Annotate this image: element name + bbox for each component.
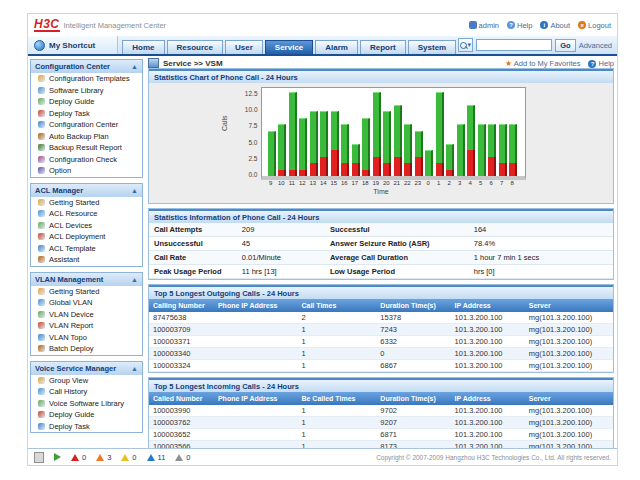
advanced-search-link[interactable]: Advanced xyxy=(579,41,612,50)
cell-server[interactable]: mg(101.3.200.100) xyxy=(525,405,613,417)
userlink-help[interactable]: ?Help xyxy=(507,21,532,30)
cell-server[interactable]: mg(101.3.200.100) xyxy=(525,429,613,441)
sidebar-item-voice-software-library[interactable]: Voice Software Library xyxy=(31,398,142,410)
search-input[interactable] xyxy=(476,39,552,51)
sidebar-item-software-library[interactable]: Software Library xyxy=(31,85,142,97)
sidebar-item-acl-template[interactable]: ACL Template xyxy=(31,243,142,255)
sidebar-item-acl-devices[interactable]: ACL Devices xyxy=(31,220,142,232)
tab-system[interactable]: System xyxy=(408,40,456,54)
collapse-icon[interactable]: ▲ xyxy=(131,365,138,372)
cell-server[interactable]: mg(101.3.200.100) xyxy=(525,312,613,324)
my-shortcut[interactable]: My Shortcut xyxy=(28,36,118,54)
sidebar-item-group-view[interactable]: Group View xyxy=(31,375,142,387)
deploy-guide-icon xyxy=(38,98,45,105)
arrow-icon[interactable] xyxy=(54,453,61,461)
sidebar-item-global-vlan[interactable]: Global VLAN xyxy=(31,297,142,309)
cell-called-number[interactable]: 100003990 xyxy=(149,405,214,417)
column-header-called-number[interactable]: Called Number xyxy=(149,392,214,405)
column-header-be-called-times[interactable]: Be Called Times xyxy=(297,392,376,405)
column-header-duration-time-s[interactable]: Duration Time(s) xyxy=(376,392,450,405)
sidebar-item-deploy-guide[interactable]: Deploy Guide xyxy=(31,409,142,421)
bar-group-hour-19 xyxy=(372,92,383,177)
cell-calling-number[interactable]: 100003371 xyxy=(149,336,214,348)
cell-phone-ip-address xyxy=(214,348,298,360)
tab-home[interactable]: Home xyxy=(122,40,164,54)
stats-panel: Statistics Information of Phone Call - 2… xyxy=(148,208,614,280)
y-tick-5: 5.0 xyxy=(248,139,257,146)
sidebar-item-auto-backup-plan[interactable]: Auto Backup Plan xyxy=(31,131,142,143)
cell-server[interactable]: mg(101.3.200.100) xyxy=(525,441,613,449)
current-user[interactable]: admin xyxy=(469,21,499,30)
cell-server[interactable]: mg(101.3.200.100) xyxy=(525,360,613,372)
y-tick-7.5: 7.5 xyxy=(248,122,257,129)
sidebar-header-voice-service-manager[interactable]: Voice Service Manager▲ xyxy=(31,362,142,375)
sidebar-item-getting-started[interactable]: Getting Started xyxy=(31,286,142,298)
cell-calling-number[interactable]: 100003324 xyxy=(149,360,214,372)
sidebar-item-deploy-task[interactable]: Deploy Task xyxy=(31,108,142,120)
tab-report[interactable]: Report xyxy=(360,40,406,54)
y-tick-0: 0.0 xyxy=(248,171,257,178)
table-row: 10000365216871101.3.200.100mg(101.3.200.… xyxy=(149,429,613,441)
sidebar-item-call-history[interactable]: Call History xyxy=(31,386,142,398)
cell-calling-number[interactable]: 100003340 xyxy=(149,348,214,360)
alarm-critical[interactable]: 0 xyxy=(71,453,86,462)
sidebar-item-getting-started[interactable]: Getting Started xyxy=(31,197,142,209)
sidebar-item-configuration-check[interactable]: Configuration Check xyxy=(31,154,142,166)
cell-called-number[interactable]: 100003652 xyxy=(149,429,214,441)
collapse-icon[interactable]: ▲ xyxy=(131,63,138,70)
column-header-server[interactable]: Server xyxy=(525,299,613,312)
sidebar-item-deploy-guide[interactable]: Deploy Guide xyxy=(31,96,142,108)
chart-panel-title: Statistics Chart of Phone Call - 24 Hour… xyxy=(149,69,613,83)
tab-resource[interactable]: Resource xyxy=(167,40,223,54)
cell-calling-number[interactable]: 87475638 xyxy=(149,312,214,324)
add-to-favorites-link[interactable]: ★ Add to My Favorites xyxy=(505,59,581,68)
cell-calling-number[interactable]: 100003709 xyxy=(149,324,214,336)
cell-server[interactable]: mg(101.3.200.100) xyxy=(525,336,613,348)
tab-user[interactable]: User xyxy=(225,40,263,54)
page-help-link[interactable]: ? Help xyxy=(588,59,614,68)
sidebar-item-assistant[interactable]: Assistant xyxy=(31,254,142,266)
sidebar-item-batch-deploy[interactable]: Batch Deploy xyxy=(31,343,142,355)
userlink-about[interactable]: iAbout xyxy=(540,21,570,30)
collapse-icon[interactable]: ▲ xyxy=(131,276,138,283)
sidebar-item-backup-result-report[interactable]: Backup Result Report xyxy=(31,142,142,154)
alarm-minor[interactable]: 0 xyxy=(121,453,136,462)
cell-called-number[interactable]: 100003566 xyxy=(149,441,214,449)
column-header-duration-time-s[interactable]: Duration Time(s) xyxy=(376,299,450,312)
tab-alarm[interactable]: Alarm xyxy=(315,40,358,54)
search-scope-dropdown[interactable]: ▾ xyxy=(458,38,473,52)
sidebar-header-configuration-center[interactable]: Configuration Center▲ xyxy=(31,60,142,73)
collapse-icon[interactable]: ▲ xyxy=(131,187,138,194)
sidebar-header-acl-manager[interactable]: ACL Manager▲ xyxy=(31,184,142,197)
cell-server[interactable]: mg(101.3.200.100) xyxy=(525,417,613,429)
sidebar-item-acl-deployment[interactable]: ACL Deployment xyxy=(31,231,142,243)
cell-server[interactable]: mg(101.3.200.100) xyxy=(525,324,613,336)
sidebar-header-vlan-management[interactable]: VLAN Management▲ xyxy=(31,273,142,286)
sidebar-item-vlan-topo[interactable]: VLAN Topo xyxy=(31,332,142,344)
alarm-warning[interactable]: 11 xyxy=(147,453,166,462)
search-go-button[interactable]: Go xyxy=(555,39,575,52)
tab-service[interactable]: Service xyxy=(265,40,313,54)
column-header-call-times[interactable]: Call Times xyxy=(297,299,376,312)
sidebar-item-deploy-task[interactable]: Deploy Task xyxy=(31,421,142,433)
userlink-logout[interactable]: xLogout xyxy=(578,21,611,30)
alarm-info[interactable]: 0 xyxy=(175,453,190,462)
column-header-ip-address[interactable]: IP Address xyxy=(451,299,525,312)
cell-called-number[interactable]: 100003762 xyxy=(149,417,214,429)
sidebar-item-vlan-device[interactable]: VLAN Device xyxy=(31,309,142,321)
search-icon xyxy=(460,42,467,49)
sidebar-item-configuration-templates[interactable]: Configuration Templates xyxy=(31,73,142,85)
sidebar-item-configuration-center[interactable]: Configuration Center xyxy=(31,119,142,131)
column-header-ip-address[interactable]: IP Address xyxy=(451,392,525,405)
sidebar-section-title: VLAN Management xyxy=(35,275,103,284)
page-icon[interactable] xyxy=(34,452,44,463)
sidebar-item-vlan-report[interactable]: VLAN Report xyxy=(31,320,142,332)
sidebar-item-acl-resource[interactable]: ACL Resource xyxy=(31,208,142,220)
column-header-phone-ip-address[interactable]: Phone IP Address xyxy=(214,299,298,312)
alarm-major[interactable]: 3 xyxy=(96,453,111,462)
column-header-calling-number[interactable]: Calling Number xyxy=(149,299,214,312)
sidebar-item-option[interactable]: Option xyxy=(31,165,142,177)
column-header-server[interactable]: Server xyxy=(525,392,613,405)
column-header-phone-ip-address[interactable]: Phone IP Address xyxy=(214,392,298,405)
cell-server[interactable]: mg(101.3.200.100) xyxy=(525,348,613,360)
